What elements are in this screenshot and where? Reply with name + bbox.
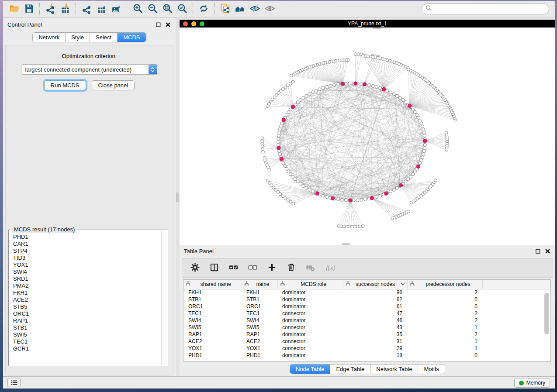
task-history-button[interactable]	[7, 378, 21, 387]
table-row[interactable]: STB1STB1dominator620	[183, 296, 550, 303]
mcds-result-item[interactable]: ORC1	[10, 310, 161, 317]
cell-name[interactable]: ORC1	[242, 303, 277, 310]
mcds-result-item[interactable]: PHD1	[10, 234, 161, 241]
open-session-button[interactable]	[7, 2, 21, 16]
mcds-result-list[interactable]: PHD1CAR1STP4TID3YOX1SWI4SRD1PMA2FKH1ACE2…	[10, 234, 161, 365]
cell-mcds_role[interactable]: connector	[277, 338, 343, 345]
cell-name[interactable]: TEC1	[242, 310, 277, 317]
cell-shared_name[interactable]: RAP1	[183, 331, 242, 338]
cell-successor_nodes[interactable]: 96	[343, 289, 407, 296]
table-row[interactable]: ACE2ACE2connector311	[183, 338, 550, 345]
mcds-result-item[interactable]: TEC1	[10, 338, 161, 345]
cell-shared_name[interactable]: STB1	[183, 296, 242, 303]
mcds-result-item[interactable]: STB5	[10, 303, 161, 310]
cell-shared_name[interactable]: ORC1	[183, 303, 242, 310]
add-column-button[interactable]	[265, 261, 278, 275]
mcds-result-item[interactable]: SWI5	[10, 331, 161, 338]
show-all-button[interactable]	[262, 2, 277, 16]
tab-motifs[interactable]: Motifs	[418, 364, 445, 374]
cell-predecessor_nodes[interactable]: 0	[407, 352, 482, 359]
cell-shared_name[interactable]: TEC1	[183, 310, 242, 317]
table-row[interactable]: FKH1FKH1dominator962	[183, 289, 550, 296]
cell-mcds_role[interactable]: dominator	[277, 303, 343, 310]
cell-successor_nodes[interactable]: 18	[343, 352, 407, 359]
cell-mcds_role[interactable]: connector	[277, 324, 343, 331]
cell-name[interactable]: FKH1	[242, 289, 277, 296]
mcds-result-item[interactable]: SRD1	[10, 275, 161, 282]
table-row[interactable]: SWI4SWI4dominator462	[183, 317, 550, 324]
mcds-result-item[interactable]: CAR1	[10, 241, 161, 248]
cell-predecessor_nodes[interactable]: 2	[407, 289, 482, 296]
cell-successor_nodes[interactable]: 47	[343, 310, 407, 317]
export-network-button[interactable]	[79, 2, 94, 16]
save-session-button[interactable]	[21, 2, 36, 16]
float-icon[interactable]	[535, 248, 541, 254]
tab-mcds[interactable]: MCDS	[118, 33, 145, 42]
hide-selected-button[interactable]	[247, 2, 262, 16]
network-window-titlebar[interactable]: YPA_prune.txt_1	[180, 20, 555, 28]
show-columns-button[interactable]	[208, 261, 221, 275]
cell-successor_nodes[interactable]: 29	[343, 345, 407, 352]
cell-successor_nodes[interactable]: 43	[343, 324, 407, 331]
cell-name[interactable]: SWI5	[242, 324, 277, 331]
cell-shared_name[interactable]: SWI4	[183, 317, 242, 324]
cell-predecessor_nodes[interactable]: 2	[407, 317, 482, 324]
cell-shared_name[interactable]: FKH1	[183, 289, 242, 296]
tab-edge-table[interactable]: Edge Table	[330, 364, 370, 374]
cell-shared_name[interactable]: SWI5	[183, 324, 242, 331]
mcds-result-item[interactable]: RAP1	[10, 317, 161, 324]
cell-shared_name[interactable]: PHD1	[183, 352, 242, 359]
mcds-result-item[interactable]: GCR1	[10, 345, 161, 352]
table-row[interactable]: ORC1ORC1dominator610	[183, 303, 550, 310]
cell-mcds_role[interactable]: dominator	[277, 289, 343, 296]
cell-predecessor_nodes[interactable]: 1	[407, 338, 482, 345]
column-header-mcds_role[interactable]: MCDS role	[277, 280, 343, 289]
close-icon[interactable]	[545, 248, 551, 254]
run-mcds-button[interactable]: Run MCDS	[44, 80, 86, 90]
import-network-button[interactable]	[43, 2, 58, 16]
apply-layout-button[interactable]	[196, 2, 211, 16]
tab-network-table[interactable]: Network Table	[370, 364, 418, 374]
mcds-result-item[interactable]: SWI4	[10, 268, 161, 275]
zoom-fit-button[interactable]	[160, 2, 175, 16]
mcds-result-item[interactable]: TID3	[10, 254, 161, 261]
export-table-button[interactable]	[94, 2, 109, 16]
cell-shared_name[interactable]: YOX1	[183, 345, 242, 352]
cell-mcds_role[interactable]: dominator	[277, 317, 343, 324]
settings-gear-button[interactable]	[188, 261, 201, 275]
cell-mcds_role[interactable]: dominator	[277, 296, 343, 303]
column-header-shared_name[interactable]: shared name	[183, 280, 242, 289]
cell-predecessor_nodes[interactable]: 1	[407, 345, 482, 352]
deselect-all-button[interactable]	[246, 261, 259, 275]
network-canvas[interactable]	[180, 28, 555, 245]
first-neighbors-button[interactable]	[232, 2, 247, 16]
zoom-out-button[interactable]	[145, 2, 160, 16]
cell-mcds_role[interactable]: connector	[277, 310, 343, 317]
float-icon[interactable]	[156, 22, 162, 28]
table-row[interactable]: TEC1TEC1connector472	[183, 310, 550, 317]
mcds-result-item[interactable]: FKH1	[10, 289, 161, 296]
cell-predecessor_nodes[interactable]: 2	[407, 331, 482, 338]
table-row[interactable]: YOX1YOX1connector291	[183, 345, 550, 352]
mcds-result-item[interactable]: ACE2	[10, 296, 161, 303]
splitter-grip[interactable]	[176, 193, 179, 202]
cell-predecessor_nodes[interactable]: 1	[407, 324, 482, 331]
memory-button[interactable]: Memory	[514, 378, 550, 388]
table-scrollbar[interactable]	[544, 290, 549, 359]
search-input[interactable]	[434, 6, 545, 12]
cell-successor_nodes[interactable]: 35	[343, 331, 407, 338]
cell-shared_name[interactable]: ACE2	[183, 338, 242, 345]
cell-mcds_role[interactable]: dominator	[277, 331, 343, 338]
table-row[interactable]: PHD1PHD1dominator180	[183, 352, 550, 359]
close-panel-button[interactable]: Close panel	[92, 80, 135, 90]
mcds-result-item[interactable]: STB1	[10, 324, 161, 331]
table-scrollbar-thumb[interactable]	[544, 293, 549, 334]
mcds-result-item[interactable]: PMA2	[10, 282, 161, 289]
cell-name[interactable]: SWI4	[242, 317, 277, 324]
mcds-result-item[interactable]: STP4	[10, 248, 161, 254]
duplicate-network-button[interactable]	[218, 2, 232, 16]
tab-select[interactable]: Select	[90, 33, 118, 42]
cell-successor_nodes[interactable]: 31	[343, 338, 407, 345]
tab-style[interactable]: Style	[66, 33, 90, 42]
zoom-in-button[interactable]	[130, 2, 145, 16]
